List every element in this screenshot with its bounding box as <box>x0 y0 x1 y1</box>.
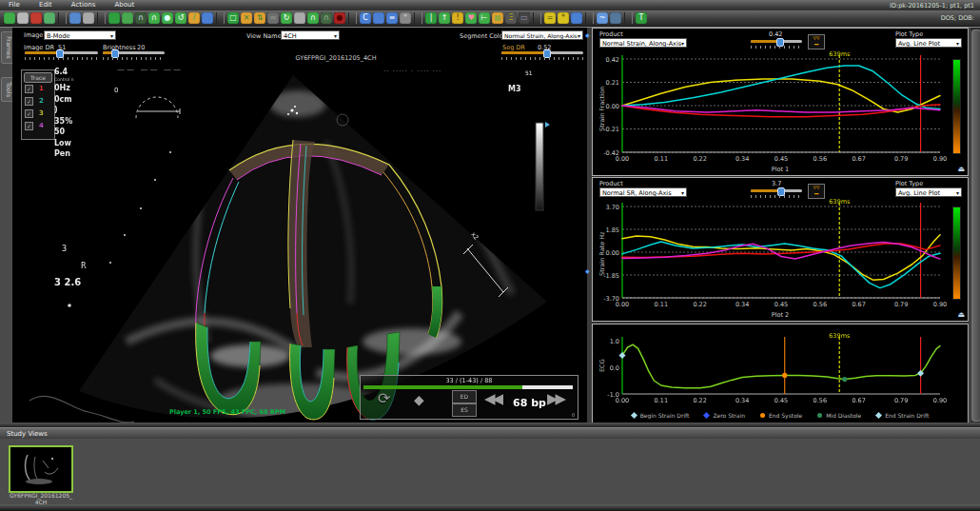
ruler-tool-icon[interactable]: ⊢ <box>479 12 490 24</box>
plot-type-dropdown[interactable]: ▾ Avg. Line Plot <box>895 187 962 197</box>
save-study-icon[interactable] <box>17 12 29 24</box>
ultrasound-image[interactable] <box>12 28 587 423</box>
history-tool-icon[interactable]: ↺ <box>175 12 186 24</box>
knife-tool-icon[interactable] <box>294 12 305 24</box>
refresh-frames-icon[interactable]: ⇅ <box>254 12 265 24</box>
magnet-dim-icon[interactable]: ∩ <box>321 12 332 24</box>
magnet-strong-icon[interactable]: ∩ <box>307 12 319 24</box>
trace-button[interactable]: Trace <box>24 72 52 83</box>
edit-trace-icon[interactable]: / <box>188 12 200 24</box>
slider-fill <box>501 51 546 54</box>
legend-label: Mid Diastole <box>826 412 861 419</box>
fullscreen-icon[interactable]: × <box>241 12 252 24</box>
compass-icon[interactable]: C <box>360 12 371 24</box>
funnel-warning-icon[interactable]: ! <box>452 12 463 24</box>
trace-row: ✓2 <box>25 96 51 106</box>
scales-icon[interactable]: ▿▿━ <box>808 34 825 49</box>
report-icon[interactable] <box>69 12 81 24</box>
player-progress-bar[interactable] <box>363 385 573 389</box>
toolbar-separator <box>624 12 633 24</box>
direction-diamond-icon[interactable]: ◆ <box>414 392 424 407</box>
threshold-slider[interactable] <box>751 38 802 48</box>
y-tick-label: 1.85 <box>598 226 619 234</box>
database-icon[interactable] <box>202 12 213 24</box>
product-dropdown[interactable]: ▾ Normal Strain, Along-Axis <box>599 38 687 48</box>
scales-icon[interactable]: ▿▿━ <box>808 184 825 199</box>
scales-dim-icon[interactable]: Ξ <box>505 12 517 24</box>
ed-button[interactable]: ED <box>452 390 477 403</box>
image-dr-slider[interactable] <box>25 49 98 59</box>
target-tool-icon[interactable]: ● <box>162 12 173 24</box>
settings-wrench-icon[interactable] <box>83 12 94 24</box>
arrow-up-icon[interactable]: ↑ <box>439 12 450 24</box>
rotate-tool-icon[interactable]: ↻ <box>281 12 292 24</box>
cloud-tool-icon[interactable]: ~ <box>597 12 608 24</box>
us-readout-line: Pen <box>54 148 72 160</box>
scrollbar-thumb[interactable] <box>971 29 980 422</box>
seg-dr-slider[interactable] <box>501 49 583 59</box>
splitter-handle-icon[interactable]: ◆ <box>585 31 590 38</box>
puzzle-tool-icon[interactable] <box>571 12 582 24</box>
export-study-icon[interactable] <box>44 12 55 24</box>
splitter-handle-icon[interactable]: ◆ <box>585 267 590 274</box>
legend-item: End Systole <box>760 412 802 419</box>
asterisk-tool-icon[interactable]: * <box>558 12 569 24</box>
x-tick-label: 0.67 <box>850 155 869 163</box>
segment-color-dropdown[interactable]: ▾ Normal Strain, Along-Axis <box>501 30 583 40</box>
layout-tool-icon[interactable] <box>122 12 133 24</box>
trace-panel: Trace ✓1✓2✓3✓4 <box>21 69 55 140</box>
loop-icon[interactable]: ⟳ <box>378 389 390 407</box>
x-tick-label: 0.79 <box>892 301 911 308</box>
snapshot-dim-icon[interactable] <box>610 12 621 24</box>
menu-actions[interactable]: Actions <box>63 0 105 10</box>
study-thumbnail[interactable] <box>9 445 73 493</box>
slider-fill <box>751 189 780 192</box>
arrows-dim-icon[interactable]: ≈ <box>267 12 279 24</box>
plot-1-svg <box>622 59 940 152</box>
record-icon[interactable]: ● <box>334 12 345 24</box>
vertical-scrollbar[interactable] <box>970 28 980 423</box>
grid-active-icon[interactable]: ▦ <box>492 12 503 24</box>
x-tick-label: 0.34 <box>733 301 752 308</box>
magnet-off-icon[interactable]: ∩ <box>135 12 147 24</box>
menu-edit[interactable]: Edit <box>30 0 61 10</box>
us-left-readout: 0Hz0cm)35%50LowPen <box>54 83 72 160</box>
menu-about[interactable]: About <box>107 0 144 10</box>
adjust-lines-icon[interactable]: = <box>544 12 556 24</box>
region-box-icon[interactable]: □ <box>227 12 239 24</box>
angle-r-label: R <box>81 262 87 270</box>
open-study-icon[interactable] <box>4 12 15 24</box>
side-tab-strip: Frames Tools <box>0 28 13 423</box>
trace-checkbox-2[interactable]: ✓ <box>25 97 33 106</box>
threshold-slider[interactable] <box>751 187 802 197</box>
trace-checkbox-4[interactable]: ✓ <box>25 122 33 130</box>
trace-checkbox-3[interactable]: ✓ <box>25 109 33 118</box>
plot2-caption: Plot 2 <box>593 311 968 319</box>
rewind-icon[interactable]: ◀◀ <box>484 390 500 407</box>
fast-forward-icon[interactable]: ▶▶ <box>547 390 563 407</box>
favorite-heart-icon[interactable]: ♥ <box>465 12 477 24</box>
eject-icon[interactable]: ⏏ <box>957 166 965 173</box>
menu-file[interactable]: File <box>0 0 29 10</box>
trace-checkbox-1[interactable]: ✓ <box>25 85 33 93</box>
product-dropdown[interactable]: ▾ Normal SR, Along-Axis <box>599 187 687 197</box>
study-views-bar: Study Views <box>0 427 980 439</box>
close-study-icon[interactable] <box>30 12 42 24</box>
plot-type-dropdown[interactable]: ▾ Avg. Line Plot <box>895 38 962 48</box>
view-name-dropdown[interactable]: ▾ 4CH <box>281 30 340 40</box>
x-tick-label: 0.90 <box>931 397 950 404</box>
brightness-slider[interactable] <box>103 49 165 59</box>
gear-dim-icon[interactable]: * <box>400 12 411 24</box>
marker-line-icon[interactable]: | <box>425 12 437 24</box>
x-tick-label: 0.45 <box>772 301 791 308</box>
list-view-icon[interactable]: ≡ <box>386 12 398 24</box>
es-button[interactable]: ES <box>452 403 477 417</box>
text-tool-icon[interactable]: T <box>636 12 647 24</box>
magnet-on-icon[interactable]: ∩ <box>148 12 160 24</box>
window-view-icon[interactable] <box>373 12 384 24</box>
threshold-value: 3.7 <box>772 180 781 187</box>
table-tool-icon[interactable] <box>108 12 120 24</box>
screen-dim-icon[interactable]: ▭ <box>519 12 530 24</box>
eject-icon[interactable]: ⏏ <box>957 311 965 319</box>
image-mode-dropdown[interactable]: ▾ B-Mode <box>44 30 116 40</box>
